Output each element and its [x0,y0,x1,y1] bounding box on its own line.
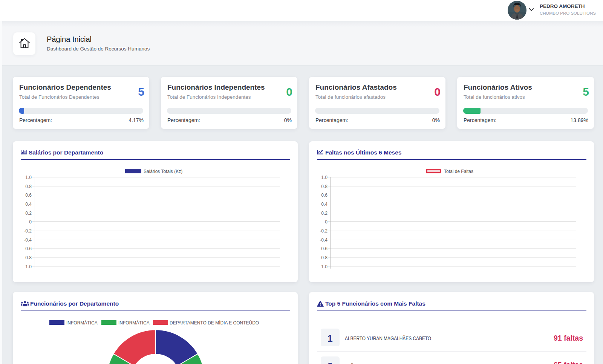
svg-text:-0.8: -0.8 [320,255,328,260]
svg-text:0.6: 0.6 [25,193,32,198]
svg-text:1.0: 1.0 [25,175,32,180]
svg-text:1.0: 1.0 [321,175,328,180]
svg-text:0: 0 [325,219,328,225]
svg-text:0.4: 0.4 [321,202,328,207]
svg-text:-0.6: -0.6 [320,246,328,251]
svg-text:-0.4: -0.4 [320,237,328,243]
svg-text:0.2: 0.2 [321,211,328,216]
svg-text:0: 0 [29,219,32,225]
svg-text:-1.0: -1.0 [24,264,32,269]
svg-text:-0.8: -0.8 [24,255,32,260]
svg-text:-0.4: -0.4 [24,237,32,243]
svg-text:0.8: 0.8 [25,184,32,189]
svg-text:-1.0: -1.0 [320,264,328,269]
svg-text:0.4: 0.4 [25,202,32,207]
svg-text:-0.6: -0.6 [24,246,32,251]
svg-text:0.8: 0.8 [321,184,328,189]
svg-text:-0.2: -0.2 [320,228,328,234]
svg-text:0.2: 0.2 [25,211,32,216]
svg-text:0.6: 0.6 [321,193,328,198]
svg-text:-0.2: -0.2 [24,228,32,234]
